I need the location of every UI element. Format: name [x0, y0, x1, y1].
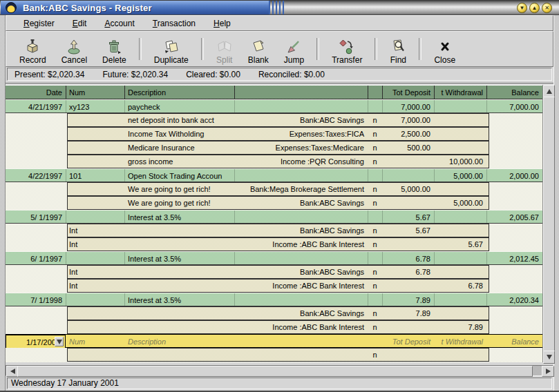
txn-date-cell[interactable]: 4/22/1997	[6, 169, 66, 182]
new-entry-split-row[interactable]: n	[6, 348, 542, 362]
split-row[interactable]: Medicare InsuranceExpenses:Taxes:Medicar…	[6, 141, 542, 155]
close-button[interactable]: Close	[426, 32, 463, 66]
transfer-button[interactable]: Transfer	[324, 32, 370, 66]
menu-register[interactable]: Register	[15, 17, 64, 30]
scroll-down-button[interactable]	[543, 351, 555, 364]
split-memo-cell[interactable]: Income Tax Witholding	[124, 127, 234, 141]
txn-date-cell[interactable]: 4/21/1997	[6, 100, 66, 112]
split-account-cell[interactable]: Bank:ABC Savings	[234, 196, 368, 210]
header-num[interactable]: Num	[66, 86, 124, 99]
split-withdrawal-cell[interactable]: 10,000.00	[434, 155, 486, 168]
split-memo-cell[interactable]: We are going to get rich!	[124, 182, 234, 196]
txn-description-cell[interactable]: Interest at 3.5%	[124, 293, 234, 306]
menu-edit[interactable]: Edit	[64, 17, 96, 30]
minimize-button[interactable]: ▼	[517, 3, 527, 13]
split-memo-cell[interactable]: We are going to get rich!	[124, 196, 234, 210]
entry-num-cell[interactable]: Num	[66, 335, 124, 347]
txn-deposit-cell[interactable]: 5.67	[382, 210, 434, 223]
horizontal-scroll-thumb[interactable]	[17, 366, 533, 377]
transaction-row[interactable]: 6/ 1/1997Interest at 3.5%6.782,012.45	[6, 251, 542, 265]
txn-num-cell[interactable]: 101	[66, 169, 124, 182]
txn-description-cell[interactable]: Interest at 3.5%	[124, 210, 234, 223]
entry-balance-cell[interactable]: Balance	[486, 335, 542, 347]
split-row[interactable]: We are going to get rich!Bank:Mega Broke…	[6, 182, 542, 196]
header-description[interactable]: Description	[124, 86, 234, 99]
maximize-button[interactable]: ▲	[529, 3, 540, 13]
split-memo-cell[interactable]: net deposit into bank acct	[124, 113, 234, 127]
find-button[interactable]: Find	[382, 32, 414, 66]
split-reconcile-cell[interactable]: n	[368, 196, 382, 210]
header-balance[interactable]: Balance	[486, 86, 542, 99]
split-row[interactable]: Income Tax WitholdingExpenses:Taxes:FICA…	[6, 127, 542, 141]
split-action-cell[interactable]: Int	[66, 224, 124, 237]
txn-num-cell[interactable]	[66, 210, 124, 223]
split-account-cell[interactable]: Bank:ABC Savings	[234, 224, 368, 237]
split-reconcile-cell[interactable]: n	[368, 155, 382, 168]
vertical-scrollbar[interactable]	[542, 85, 553, 362]
split-deposit-cell[interactable]: 5,000.00	[382, 182, 434, 196]
split-reconcile-cell[interactable]: n	[368, 182, 382, 196]
titlebar[interactable]: Bank:ABC Savings - Register ▼▲✕	[0, 0, 559, 15]
transaction-row[interactable]: 7/ 1/1998Interest at 3.5%7.892,020.34	[6, 293, 542, 306]
transaction-row[interactable]: 5/ 1/1997Interest at 3.5%5.672,005.67	[6, 210, 542, 224]
txn-description-cell[interactable]: Open Stock Trading Accoun	[124, 169, 234, 182]
split-row[interactable]: gross incomeIncome :PQR Consultingn10,00…	[6, 155, 542, 168]
split-account-cell[interactable]: Bank:Mega Brokerage Settlement	[234, 182, 368, 196]
split-deposit-cell[interactable]: 500.00	[382, 141, 434, 155]
jump-button[interactable]: Jump	[276, 32, 312, 66]
entry-description-cell[interactable]: Description	[124, 335, 234, 347]
split-withdrawal-cell[interactable]: 7.89	[434, 320, 486, 334]
txn-withdrawal-cell[interactable]: 5,000.00	[434, 169, 486, 182]
txn-description-cell[interactable]: Interest at 3.5%	[124, 252, 234, 264]
blank-button[interactable]: Blank	[240, 32, 276, 66]
record-button[interactable]: Record	[12, 32, 54, 66]
txn-description-cell[interactable]: paycheck	[124, 100, 234, 112]
split-action-cell[interactable]: Int	[66, 237, 124, 251]
close-button[interactable]: ✕	[542, 3, 552, 13]
txn-num-cell[interactable]	[66, 252, 124, 264]
split-reconcile-cell[interactable]: n	[368, 113, 382, 127]
menu-account[interactable]: Account	[95, 17, 143, 30]
txn-balance-cell[interactable]: 2,000.00	[486, 169, 542, 182]
txn-date-cell[interactable]: 5/ 1/1997	[6, 210, 66, 223]
split-deposit-cell[interactable]: 6.78	[382, 265, 434, 279]
split-row[interactable]: IntIncome :ABC Bank Interestn6.78	[6, 279, 542, 293]
date-input[interactable]: 1/17/2001	[6, 335, 66, 349]
split-row[interactable]: net deposit into bank acctBank:ABC Savin…	[6, 113, 542, 127]
vertical-scroll-thumb[interactable]	[543, 97, 555, 352]
split-reconcile-cell[interactable]: n	[368, 279, 382, 293]
txn-date-cell[interactable]: 6/ 1/1997	[6, 252, 66, 264]
cancel-button[interactable]: Cancel	[54, 32, 95, 66]
txn-balance-cell[interactable]: 2,005.67	[486, 210, 542, 223]
scroll-right-button[interactable]	[542, 366, 554, 377]
split-row[interactable]: IntBank:ABC Savingsn5.67	[6, 224, 542, 237]
split-withdrawal-cell[interactable]: 6.78	[434, 279, 486, 293]
split-reconcile-cell[interactable]: n	[368, 237, 382, 251]
window-menu-button[interactable]	[6, 2, 17, 13]
entry-split-reconcile-cell[interactable]: n	[368, 348, 382, 362]
split-deposit-cell[interactable]: 7.89	[382, 306, 434, 320]
split-deposit-cell[interactable]: 5.67	[382, 224, 434, 237]
header-deposit[interactable]: Tot Deposit	[382, 86, 434, 99]
txn-balance-cell[interactable]: 2,012.45	[486, 252, 542, 264]
txn-withdrawal-cell[interactable]	[434, 100, 486, 112]
split-account-cell[interactable]: Expenses:Taxes:Medicare	[234, 141, 368, 155]
split-account-cell[interactable]: Bank:ABC Savings	[234, 113, 368, 127]
txn-balance-cell[interactable]: 7,000.00	[486, 100, 542, 112]
transaction-row[interactable]: 4/22/1997101Open Stock Trading Accoun5,0…	[6, 168, 542, 182]
entry-deposit-cell[interactable]: Tot Deposit	[382, 335, 434, 347]
split-action-cell[interactable]: Int	[66, 279, 124, 293]
txn-withdrawal-cell[interactable]	[434, 210, 486, 223]
split-row[interactable]: We are going to get rich!Bank:ABC Saving…	[6, 196, 542, 210]
txn-deposit-cell[interactable]: 7,000.00	[382, 100, 434, 112]
split-account-cell[interactable]: Income :ABC Bank Interest	[234, 320, 368, 334]
txn-deposit-cell[interactable]: 7.89	[382, 293, 434, 306]
split-account-cell[interactable]: Income :PQR Consulting	[234, 155, 368, 168]
split-reconcile-cell[interactable]: n	[368, 141, 382, 155]
split-account-cell[interactable]: Income :ABC Bank Interest	[234, 279, 368, 293]
txn-deposit-cell[interactable]	[382, 169, 434, 182]
split-reconcile-cell[interactable]: n	[368, 306, 382, 320]
split-reconcile-cell[interactable]: n	[368, 127, 382, 141]
split-reconcile-cell[interactable]: n	[368, 224, 382, 237]
split-account-cell[interactable]: Income :ABC Bank Interest	[234, 237, 368, 251]
